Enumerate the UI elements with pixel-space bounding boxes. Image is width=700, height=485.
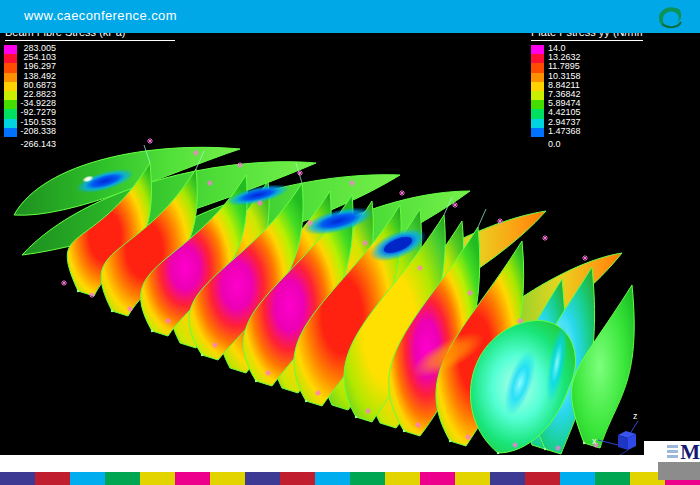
- legend-value: 0.0: [548, 140, 603, 149]
- color-square: [490, 472, 525, 485]
- color-square: [385, 472, 420, 485]
- color-square: [105, 472, 140, 485]
- colorbar-segment: [531, 45, 544, 54]
- colorbar-segment: [531, 128, 544, 137]
- header-bar: www.caeconference.com: [0, 0, 700, 33]
- color-square: [140, 472, 175, 485]
- colorbar-segment: [531, 100, 544, 109]
- color-square: [455, 472, 490, 485]
- brand-logo: M: [644, 441, 700, 462]
- color-square: [280, 472, 315, 485]
- color-square: [175, 472, 210, 485]
- axis-label-x: x: [592, 436, 597, 446]
- color-squares-strip: [0, 472, 700, 485]
- fea-model: [14, 147, 634, 454]
- color-square: [210, 472, 245, 485]
- color-square: [70, 472, 105, 485]
- legend-colorbar-right: [531, 45, 544, 137]
- application-window: www.caeconference.com Beam Fibre Stress …: [0, 0, 700, 485]
- axis-label-z: z: [633, 411, 638, 421]
- legend-value: -266.143: [6, 140, 56, 149]
- color-square: [560, 472, 595, 485]
- logo-letter: M: [680, 442, 700, 462]
- color-square: [525, 472, 560, 485]
- colorbar-segment: [531, 91, 544, 100]
- color-square: [350, 472, 385, 485]
- colorbar-segment: [531, 109, 544, 118]
- conference-url: www.caeconference.com: [24, 8, 177, 23]
- color-square: [35, 472, 70, 485]
- colorbar-segment: [531, 119, 544, 128]
- gray-block: [658, 462, 700, 480]
- color-square: [0, 472, 35, 485]
- colorbar-segment: [531, 73, 544, 82]
- colorbar-segment: [531, 54, 544, 63]
- swirl-logo-icon: [650, 2, 692, 36]
- color-square: [420, 472, 455, 485]
- color-square: [315, 472, 350, 485]
- colorbar-segment: [531, 82, 544, 91]
- logo-bars-icon: [667, 443, 678, 460]
- color-square: [595, 472, 630, 485]
- legend-value: 1.47368: [548, 127, 603, 136]
- legend-value: -208.338: [6, 127, 56, 136]
- colorbar-segment: [531, 63, 544, 72]
- color-square: [245, 472, 280, 485]
